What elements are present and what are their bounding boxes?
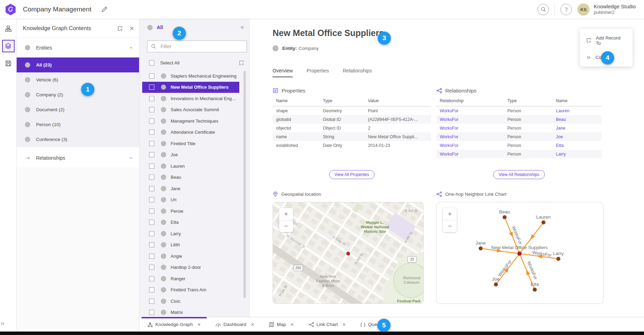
view-all-relationships-button[interactable]: View All Relationships bbox=[493, 170, 545, 179]
table-row[interactable]: WorksForPersonJane bbox=[436, 124, 602, 132]
data-model-icon[interactable] bbox=[2, 23, 15, 35]
record-tab-properties[interactable]: Properties bbox=[307, 68, 329, 77]
record-checkbox[interactable] bbox=[149, 107, 154, 112]
table-row[interactable]: WorksForPersonLarry bbox=[436, 150, 602, 158]
view-tab-knowledge-graph[interactable]: Knowledge Graph ✕ bbox=[141, 317, 207, 332]
table-row[interactable]: WorksForPersonBeau bbox=[436, 115, 602, 124]
record-checkbox[interactable] bbox=[149, 254, 154, 259]
expand-rail-icon[interactable] bbox=[0, 321, 16, 326]
record-checkbox[interactable] bbox=[149, 276, 154, 281]
entity-record-row[interactable]: Firebird Trans Am bbox=[142, 284, 239, 296]
entity-record-row[interactable]: Ranger bbox=[142, 273, 239, 284]
table-cell[interactable]: WorksFor bbox=[436, 115, 504, 124]
entity-record-row[interactable]: Matrix bbox=[142, 307, 239, 317]
table-cell[interactable]: WorksFor bbox=[436, 124, 504, 132]
layers-icon[interactable] bbox=[2, 40, 15, 52]
record-checkbox[interactable] bbox=[149, 220, 154, 225]
filter-input[interactable] bbox=[147, 41, 247, 52]
table-row[interactable]: objectidObject ID2 bbox=[273, 124, 431, 132]
user-avatar[interactable]: KS bbox=[577, 3, 590, 16]
entity-record-row[interactable]: Innovations in Mechanical Engin... bbox=[142, 93, 239, 104]
close-tab-icon[interactable]: ✕ bbox=[291, 322, 294, 327]
record-checkbox[interactable] bbox=[149, 310, 154, 315]
table-cell[interactable]: Jane bbox=[552, 124, 602, 132]
table-row[interactable]: WorksForPersonEtta bbox=[436, 141, 602, 150]
record-checkbox[interactable] bbox=[149, 130, 154, 135]
one-hop-link-chart[interactable]: WorksForWorksForWorksForWorksForBeauLaur… bbox=[437, 202, 603, 304]
graph-node[interactable] bbox=[533, 288, 537, 292]
record-checkbox[interactable] bbox=[149, 175, 154, 180]
entity-record-row[interactable]: Sales Associate Summit bbox=[142, 104, 239, 116]
record-checkbox[interactable] bbox=[149, 118, 154, 124]
collapse-panel-icon[interactable] bbox=[239, 25, 244, 30]
linkchart-card[interactable]: WorksForWorksForWorksForWorksForBeauLaur… bbox=[436, 202, 603, 304]
entity-record-row[interactable]: Hardtop 2-door bbox=[142, 262, 239, 273]
graph-node[interactable] bbox=[503, 215, 507, 219]
close-tab-icon[interactable]: ✕ bbox=[197, 322, 201, 327]
chevron-down-icon[interactable] bbox=[129, 156, 134, 160]
table-row[interactable]: WorksForPersonLauren bbox=[436, 106, 602, 115]
relationships-group-row[interactable]: Relationships bbox=[17, 148, 139, 167]
record-checkbox[interactable] bbox=[149, 287, 154, 292]
linkchart-zoom-in-button[interactable]: + bbox=[443, 208, 457, 220]
close-tab-icon[interactable]: ✕ bbox=[251, 322, 254, 327]
record-checkbox[interactable] bbox=[149, 73, 154, 79]
graph-center-node[interactable] bbox=[517, 252, 522, 256]
list-scrollbar[interactable] bbox=[243, 71, 246, 298]
geospatial-map-card[interactable]: 250 33 W Clay St W Marshall St E Clay St… bbox=[273, 202, 424, 304]
entity-record-row[interactable]: Lilith bbox=[142, 239, 239, 251]
table-cell[interactable]: Larry bbox=[552, 150, 602, 158]
view-all-properties-button[interactable]: View All Properties bbox=[329, 170, 375, 179]
record-checkbox[interactable] bbox=[149, 96, 154, 101]
entity-type-item[interactable]: All (23) bbox=[17, 58, 139, 72]
table-cell[interactable]: WorksFor bbox=[436, 141, 504, 150]
close-panel-icon[interactable] bbox=[129, 26, 134, 31]
record-checkbox[interactable] bbox=[149, 152, 154, 157]
entity-type-item[interactable]: Document (2) bbox=[17, 102, 139, 117]
table-cell[interactable]: WorksFor bbox=[436, 132, 504, 141]
save-icon[interactable] bbox=[2, 57, 15, 70]
map-zoom-out-button[interactable]: − bbox=[279, 220, 293, 232]
record-location-marker[interactable] bbox=[346, 252, 350, 255]
close-tab-icon[interactable]: ✕ bbox=[342, 322, 346, 327]
entity-type-item[interactable]: Vehicle (6) bbox=[17, 72, 139, 87]
entity-record-row[interactable]: Lauren bbox=[142, 160, 239, 172]
graph-node[interactable] bbox=[479, 246, 483, 250]
entity-record-row[interactable]: Etta bbox=[142, 217, 239, 228]
record-checkbox[interactable] bbox=[149, 164, 154, 169]
entity-record-row[interactable]: Attendance Certificate bbox=[142, 127, 239, 138]
entity-record-row[interactable]: Civic bbox=[142, 296, 239, 307]
entity-record-row[interactable]: Uri bbox=[142, 194, 239, 206]
entities-group-row[interactable]: Entities bbox=[17, 38, 139, 57]
table-row[interactable]: nameStringNew Metal Office Suppli... bbox=[273, 132, 431, 141]
record-checkbox[interactable] bbox=[149, 231, 154, 236]
table-cell[interactable]: Beau bbox=[552, 115, 602, 124]
table-cell[interactable]: WorksFor bbox=[436, 150, 504, 158]
add-record-icon[interactable] bbox=[239, 60, 244, 66]
table-cell[interactable]: Etta bbox=[552, 141, 602, 150]
entity-record-row[interactable]: Jane bbox=[142, 183, 239, 194]
entity-type-item[interactable]: Conference (3) bbox=[17, 132, 139, 147]
record-checkbox[interactable] bbox=[149, 209, 154, 214]
record-tab-overview[interactable]: Overview bbox=[273, 68, 293, 77]
entity-record-row[interactable]: Larry bbox=[142, 228, 239, 239]
record-checkbox[interactable] bbox=[149, 85, 154, 90]
record-checkbox[interactable] bbox=[149, 242, 154, 247]
entity-record-row[interactable]: Beau bbox=[142, 172, 239, 183]
record-checkbox[interactable] bbox=[149, 265, 154, 270]
graph-node[interactable] bbox=[556, 257, 560, 261]
record-checkbox[interactable] bbox=[149, 186, 154, 191]
search-button[interactable] bbox=[538, 4, 549, 15]
table-cell[interactable]: Joe bbox=[552, 132, 602, 141]
entity-record-row[interactable]: Angie bbox=[142, 250, 239, 262]
graph-node[interactable] bbox=[494, 282, 498, 286]
add-to-new-icon[interactable] bbox=[117, 26, 123, 32]
entity-record-row[interactable]: Persie bbox=[142, 205, 239, 217]
chevron-up-icon[interactable] bbox=[129, 45, 134, 50]
map-zoom-in-button[interactable]: + bbox=[279, 208, 293, 220]
table-cell[interactable]: Lauren bbox=[552, 106, 602, 115]
entity-type-item[interactable]: Company (2) bbox=[17, 87, 139, 102]
record-checkbox[interactable] bbox=[149, 197, 154, 202]
entity-record-row[interactable]: Managment Techniques bbox=[142, 115, 239, 127]
table-row[interactable]: shapeGeometryPoint bbox=[273, 106, 431, 115]
